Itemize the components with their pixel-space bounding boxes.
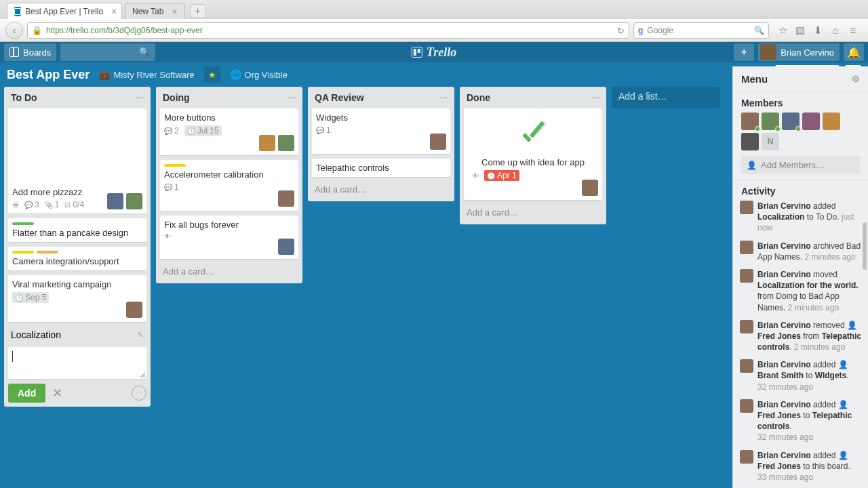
member-avatar[interactable]: [278, 239, 294, 255]
list-title[interactable]: Doing: [163, 92, 190, 103]
card[interactable]: Accelerometer calibration 1: [160, 160, 298, 211]
members-section: Members N 👤Add Members…: [733, 92, 868, 180]
create-button[interactable]: +: [734, 43, 754, 61]
card[interactable]: More buttons 2 Jul 15: [160, 108, 298, 156]
activity-item: Brian Cervino added Localization to To D…: [740, 201, 867, 234]
card-cover-image: [8, 108, 146, 183]
add-card-button[interactable]: Add a card…: [160, 264, 298, 279]
member-avatar[interactable]: [782, 113, 800, 130]
header-search[interactable]: 🔍: [60, 43, 155, 61]
star-board-button[interactable]: ★: [204, 66, 220, 83]
card[interactable]: Fix all bugs forever: [160, 216, 298, 260]
url-field[interactable]: 🔒 https://trello.com/b/3dQdjg06/best-app…: [27, 22, 629, 39]
member-avatar-initial[interactable]: N: [762, 133, 779, 150]
back-button[interactable]: ‹: [5, 22, 23, 39]
member-avatar[interactable]: [126, 193, 142, 209]
list-title[interactable]: Done: [467, 92, 490, 103]
download-icon[interactable]: ⬇: [812, 24, 823, 37]
add-card-button[interactable]: Add a card…: [312, 182, 450, 197]
member-avatar[interactable]: [582, 180, 598, 196]
member-avatar[interactable]: [107, 193, 123, 209]
boards-label: Boards: [23, 47, 51, 58]
activity-item: Brian Cervino added 👤 Fred Jones to this…: [740, 450, 867, 483]
avatar: [740, 359, 753, 373]
board-canvas[interactable]: To Do⋯ Add more pizzazz 3 1 0/4 Flatter …: [0, 87, 726, 488]
list-qa: QA Review⋯ Widgets 1 Telepathic controls…: [308, 87, 454, 201]
member-avatar[interactable]: [823, 113, 840, 130]
member-avatar[interactable]: [126, 302, 142, 318]
notifications-button[interactable]: 🔔: [844, 43, 864, 61]
member-avatar[interactable]: [278, 190, 294, 207]
card[interactable]: Widgets 1: [312, 108, 450, 155]
card[interactable]: Camera integration/support: [8, 247, 146, 271]
clipboard-icon[interactable]: ▤: [795, 24, 806, 37]
add-card-submit[interactable]: Add: [8, 384, 45, 403]
user-menu[interactable]: Brian Cervino: [758, 43, 840, 61]
comments-badge: 1: [164, 182, 179, 192]
board-name[interactable]: Best App Ever: [7, 68, 90, 82]
activity-item: Brian Cervino archived Bad App Names. 2 …: [740, 241, 867, 262]
list-title[interactable]: To Do: [11, 92, 37, 103]
card-title: Come up with idea for app: [472, 157, 594, 167]
card-title: Flatter than a pancake design: [12, 228, 142, 238]
add-members-button[interactable]: 👤Add Members…: [741, 156, 860, 174]
member-avatar[interactable]: [741, 113, 759, 130]
due-badge: Apr 1: [484, 170, 519, 181]
team-link[interactable]: 💼Misty River Software: [99, 70, 194, 80]
card-options-icon[interactable]: ⋯: [132, 386, 146, 401]
menu-icon[interactable]: ≡: [848, 24, 859, 37]
star-icon[interactable]: ☆: [777, 24, 788, 37]
member-avatar[interactable]: [430, 134, 446, 150]
google-icon: g: [638, 26, 643, 35]
new-tab-button[interactable]: +: [191, 4, 205, 18]
browser-tab-newtab[interactable]: New Tab ×: [125, 3, 185, 19]
list-menu-icon[interactable]: ⋯: [591, 93, 599, 102]
card[interactable]: Flatter than a pancake design: [8, 218, 146, 243]
member-avatar[interactable]: [802, 113, 820, 130]
briefcase-icon: 💼: [99, 70, 110, 80]
card[interactable]: Viral marketing campaign Sep 5: [8, 275, 146, 323]
new-card-title-row: Localization ✎: [8, 327, 146, 343]
member-avatar[interactable]: [259, 135, 275, 151]
url-bar-row: ‹ 🔒 https://trello.com/b/3dQdjg06/best-a…: [0, 19, 868, 42]
add-list-button[interactable]: Add a list…: [612, 87, 720, 108]
tab-close-icon[interactable]: ×: [111, 6, 117, 17]
card[interactable]: Come up with idea for app Apr 1: [464, 108, 602, 201]
list-menu-icon[interactable]: ⋯: [288, 93, 296, 102]
card[interactable]: Telepathic controls: [312, 159, 450, 178]
lock-icon: 🔒: [32, 26, 42, 35]
list-menu-icon[interactable]: ⋯: [136, 93, 144, 102]
watching-icon: [164, 232, 171, 240]
search-placeholder: Google: [647, 26, 673, 35]
card-title: Fix all bugs forever: [164, 220, 294, 230]
list-title[interactable]: QA Review: [315, 92, 364, 103]
member-avatar[interactable]: [762, 113, 779, 130]
browser-search-field[interactable]: g Google 🔍: [633, 22, 769, 39]
avatar: [740, 320, 753, 333]
browser-chrome: Best App Ever | Trello × New Tab × + ‹ 🔒…: [0, 0, 868, 42]
trello-logo-icon: [412, 47, 422, 58]
reload-icon[interactable]: ↻: [617, 26, 625, 36]
pencil-icon[interactable]: ✎: [137, 330, 144, 340]
card[interactable]: Add more pizzazz 3 1 0/4: [8, 108, 146, 214]
member-avatar[interactable]: [741, 133, 759, 150]
close-composer-icon[interactable]: ✕: [52, 386, 62, 401]
label-yellow: [164, 164, 186, 167]
activity-item: Brian Cervino added 👤 Fred Jones to Tele…: [740, 399, 867, 443]
browser-toolbar-icons: ☆ ▤ ⬇ ⌂ ≡: [773, 24, 863, 37]
scrollbar-thumb[interactable]: [863, 222, 867, 270]
member-avatar[interactable]: [278, 135, 294, 151]
list-menu-icon[interactable]: ⋯: [439, 93, 448, 102]
board-menu-sidebar: Menu⚙ Members N 👤Add Members… Activity B…: [732, 66, 868, 488]
visibility-toggle[interactable]: 🌐Org Visible: [230, 69, 288, 80]
tab-close-icon[interactable]: ×: [172, 6, 177, 17]
user-plus-icon: 👤: [747, 161, 757, 170]
boards-button[interactable]: Boards: [4, 43, 56, 61]
trello-logo[interactable]: Trello: [412, 45, 456, 60]
browser-tab-active[interactable]: Best App Ever | Trello ×: [7, 3, 122, 19]
home-icon[interactable]: ⌂: [830, 24, 841, 37]
card-composer-textarea[interactable]: [8, 347, 146, 380]
add-card-button[interactable]: Add a card…: [464, 205, 602, 220]
gear-icon[interactable]: ⚙: [852, 74, 860, 84]
card-title: Widgets: [316, 113, 446, 123]
